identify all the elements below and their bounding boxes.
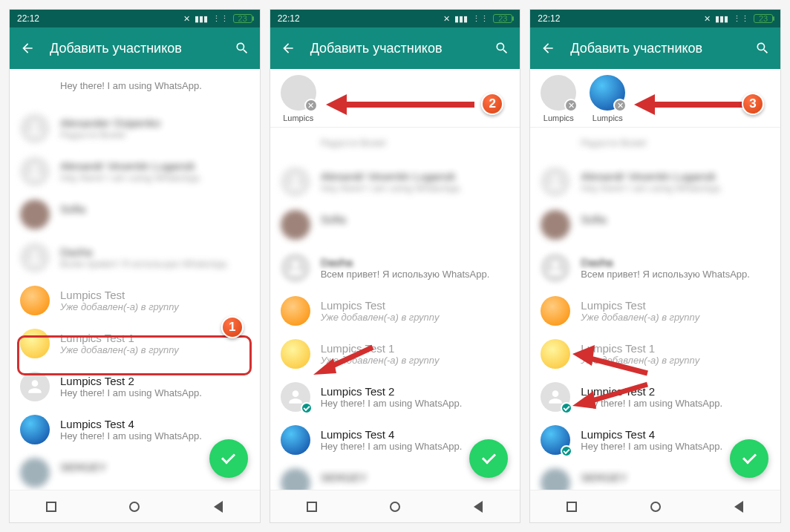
avatar <box>20 157 50 186</box>
search-button[interactable] <box>754 39 771 57</box>
arrow-left-icon <box>541 41 555 56</box>
back-button[interactable] <box>19 39 36 57</box>
avatar <box>541 253 570 283</box>
avatar <box>281 468 310 490</box>
arrow-left-icon <box>20 41 35 56</box>
contact-row[interactable]: DashaВсем привет! Я использую WhatsApp. <box>530 246 780 289</box>
search-button[interactable] <box>233 39 251 57</box>
avatar <box>281 382 310 412</box>
confirm-fab[interactable] <box>730 439 768 478</box>
contact-row-lumpics-test-2[interactable]: Lumpics Test 2Hey there! I am using What… <box>10 365 260 408</box>
android-nav-bar <box>530 490 780 522</box>
contact-row[interactable]: Alexander OsipenkoРадости Всем! <box>10 107 260 150</box>
avatar <box>541 296 570 326</box>
wifi-icon: ⋮⋮ <box>212 14 229 24</box>
contact-name: Lumpics Test 4 <box>321 428 510 441</box>
chip-label: Lumpics <box>281 114 316 122</box>
signal-icon: ▮▮▮ <box>195 14 208 24</box>
contact-list[interactable]: Радости Всем! Alexandr Vesentin LuganskH… <box>270 128 520 490</box>
contact-list[interactable]: Радости Всем! Alexandr Vesentin LuganskH… <box>530 128 780 490</box>
app-bar: Добавить участников <box>530 27 780 69</box>
battery-icon: 23 <box>493 14 512 23</box>
contact-name: Lumpics Test <box>581 299 770 312</box>
annotation-step-number: 3 <box>742 93 764 115</box>
contact-status: Уже добавлен(-а) в группу <box>60 344 249 355</box>
chip-remove-icon[interactable]: ✕ <box>564 99 578 112</box>
check-icon <box>561 402 572 414</box>
contact-row[interactable]: DashaВсем привет! Я использую WhatsApp. <box>270 246 520 289</box>
confirm-fab[interactable] <box>209 439 248 478</box>
avatar <box>281 296 310 326</box>
signal-icon: ▮▮▮ <box>715 14 728 24</box>
contact-row[interactable]: Alexandr Vesentin LuganskHey there! I am… <box>270 160 520 203</box>
contact-row[interactable]: Радости Всем! <box>270 128 520 160</box>
contact-name: Lumpics Test 1 <box>60 332 249 344</box>
home-button[interactable] <box>388 499 402 514</box>
contact-row[interactable]: Sofia <box>270 203 520 246</box>
contact-name: Lumpics Test <box>321 299 510 312</box>
search-icon <box>235 41 249 56</box>
status-time: 22:12 <box>17 13 39 24</box>
home-button[interactable] <box>127 499 142 514</box>
chip-remove-icon[interactable]: ✕ <box>304 99 318 112</box>
contact-row[interactable]: Hey there! I am using WhatsApp. <box>10 69 260 107</box>
check-icon <box>561 445 572 457</box>
contact-name: Lumpics Test <box>60 289 249 301</box>
contact-row-lumpics-test-2[interactable]: Lumpics Test 2Hey there! I am using What… <box>270 375 520 418</box>
contact-row[interactable]: Alexandr Vesentin LuganskHey there! I am… <box>530 160 780 203</box>
avatar <box>20 114 50 143</box>
appbar-title: Добавить участников <box>50 41 220 56</box>
contact-list[interactable]: Hey there! I am using WhatsApp. Alexande… <box>10 69 260 490</box>
recent-apps-button[interactable] <box>44 499 59 514</box>
contact-row-lumpics-test-2[interactable]: Lumpics Test 2Hey there! I am using What… <box>530 375 780 418</box>
contact-status: Hey there! I am using WhatsApp. <box>321 398 510 409</box>
recent-apps-button[interactable] <box>304 499 319 514</box>
mute-icon: ✕ <box>183 14 190 24</box>
contact-status: Всем привет! Я использую WhatsApp. <box>581 269 770 280</box>
chip-remove-icon[interactable]: ✕ <box>613 99 627 112</box>
appbar-title: Добавить участников <box>310 41 480 56</box>
selected-chip-lumpics[interactable]: ✕ Lumpics <box>281 75 316 122</box>
chip-avatar: ✕ <box>541 75 576 111</box>
selected-chip-lumpics[interactable]: ✕ Lumpics <box>541 75 576 122</box>
status-time: 22:12 <box>278 13 300 24</box>
back-button[interactable] <box>731 499 746 514</box>
avatar <box>541 210 570 240</box>
avatar <box>281 425 310 455</box>
confirm-fab[interactable] <box>469 439 508 478</box>
contact-row[interactable]: DashaВсем привет! Я использую WhatsApp. <box>10 236 260 279</box>
contact-status: Hey there! I am using WhatsApp. <box>581 398 770 409</box>
status-bar: 22:12 ✕ ▮▮▮ ⋮⋮ 23 <box>530 10 780 27</box>
back-button[interactable] <box>471 499 486 514</box>
avatar <box>281 253 310 283</box>
contact-row-disabled: Lumpics Test 1Уже добавлен(-а) в группу <box>530 332 780 375</box>
contact-status: Уже добавлен(-а) в группу <box>581 312 770 323</box>
phone-screen-3: 22:12 ✕ ▮▮▮ ⋮⋮ 23 Добавить участников ✕ … <box>529 9 781 523</box>
status-time: 22:12 <box>538 13 560 24</box>
back-button[interactable] <box>539 39 557 57</box>
selected-chip-lumpics-2[interactable]: ✕ Lumpics <box>590 75 625 122</box>
avatar <box>20 286 50 315</box>
contact-row-disabled: Lumpics TestУже добавлен(-а) в группу <box>270 289 520 332</box>
avatar <box>541 468 570 490</box>
search-icon <box>494 41 509 56</box>
back-button[interactable] <box>211 499 226 514</box>
battery-icon: 23 <box>754 14 773 23</box>
back-button[interactable] <box>279 39 297 57</box>
contact-name: Lumpics Test 2 <box>581 385 770 398</box>
contact-row-disabled: Lumpics Test 1Уже добавлен(-а) в группу <box>270 332 520 375</box>
avatar <box>281 210 310 240</box>
search-button[interactable] <box>493 39 511 57</box>
avatar <box>541 425 570 455</box>
contact-row[interactable]: Радости Всем! <box>530 128 780 160</box>
contact-row[interactable]: Sofia <box>10 193 260 236</box>
search-icon <box>755 41 770 56</box>
avatar <box>541 339 570 369</box>
avatar <box>20 372 50 401</box>
home-button[interactable] <box>648 499 663 514</box>
contact-row[interactable]: Sofia <box>530 203 780 246</box>
recent-apps-button[interactable] <box>564 499 579 514</box>
contact-name: Lumpics Test 2 <box>321 385 510 398</box>
contact-row[interactable]: Alexandr Vesentin LuganskHey there! I am… <box>10 150 260 193</box>
mute-icon: ✕ <box>704 14 711 24</box>
